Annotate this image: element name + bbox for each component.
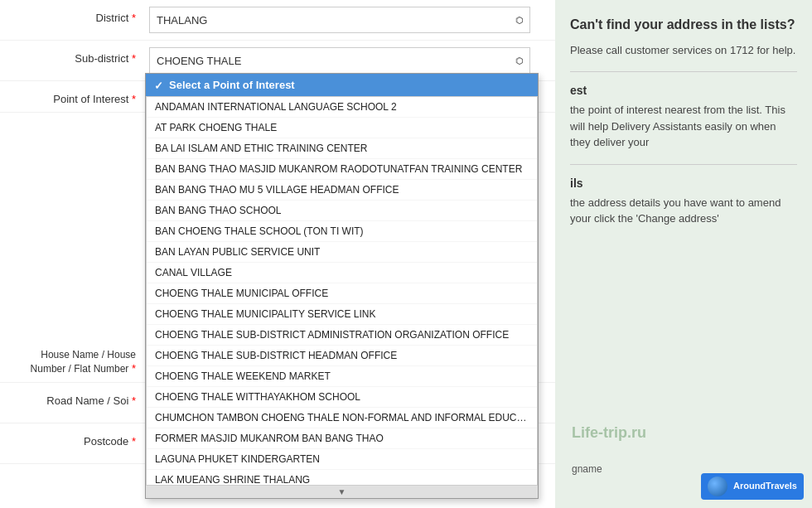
poi-required: * — [132, 93, 136, 105]
list-item[interactable]: CHOENG THALE SUB-DISTRICT ADMINISTRATION… — [147, 325, 537, 346]
list-item[interactable]: BAN LAYAN PUBLIC SERVICE UNIT — [147, 242, 537, 263]
subdistrict-select[interactable]: CHOENG THALE — [149, 47, 530, 74]
list-item[interactable]: CHOENG THALE WITTHAYAKHOM SCHOOL — [147, 387, 537, 408]
list-item[interactable]: CHUMCHON TAMBON CHOENG THALE NON-FORMAL … — [147, 408, 537, 428]
right-panel-divider-1 — [570, 71, 797, 72]
district-select-wrapper: THALANG ⬡ — [149, 7, 530, 33]
list-item[interactable]: CHOENG THALE SUB-DISTRICT HEADMAN OFFICE — [147, 346, 537, 366]
poi-section-title: est — [570, 84, 797, 97]
district-control: THALANG ⬡ — [149, 7, 539, 33]
subdistrict-required: * — [132, 52, 136, 65]
list-item[interactable]: BAN BANG THAO MASJID MUKANROM RAODOTUNAT… — [147, 159, 537, 180]
district-row: District * THALANG ⬡ — [0, 0, 555, 41]
poi-dropdown-list[interactable]: ANDAMAN INTERNATIONAL LANGUAGE SCHOOL 2A… — [146, 96, 538, 486]
watermark: Life-trip.ru — [572, 424, 646, 442]
subdistrict-control: CHOENG THALE ⬡ — [149, 47, 539, 74]
around-travels-logo: AroundTravels — [701, 473, 804, 500]
address-section-text: the address details you have want to ame… — [570, 195, 797, 227]
poi-help-section: est the point of interest nearest from t… — [570, 84, 797, 151]
road-required: * — [132, 394, 136, 407]
list-item[interactable]: AT PARK CHOENG THALE — [147, 118, 537, 138]
list-item[interactable]: CHOENG THALE WEEKEND MARKET — [147, 366, 537, 387]
cant-find-section: Can't find your address in the lists? Pl… — [570, 17, 797, 58]
postcode-required: * — [132, 435, 136, 448]
list-item[interactable]: BAN CHOENG THALE SCHOOL (TON TI WIT) — [147, 221, 537, 242]
logo-text: AroundTravels — [733, 481, 797, 491]
list-item[interactable]: CHOENG THALE MUNICIPALITY SERVICE LINK — [147, 304, 537, 325]
list-item[interactable]: CHOENG THALE MUNICIPAL OFFICE — [147, 283, 537, 304]
cant-find-text: Please call customer services on 1712 fo… — [570, 42, 797, 59]
list-item[interactable]: ANDAMAN INTERNATIONAL LANGUAGE SCHOOL 2 — [147, 97, 537, 118]
poi-dropdown[interactable]: Select a Point of Interest ANDAMAN INTER… — [145, 73, 539, 499]
list-item[interactable]: LAGUNA PHUKET KINDERGARTEN — [147, 449, 537, 470]
district-label-text: District — [96, 12, 129, 24]
house-required: * — [132, 362, 136, 375]
poi-section-text: the point of interest nearest from the l… — [570, 102, 797, 151]
cant-find-title: Can't find your address in the lists? — [570, 17, 797, 34]
list-item[interactable]: BAN BANG THAO SCHOOL — [147, 201, 537, 221]
house-label: House Name / House Number / Flat Number … — [17, 343, 149, 375]
poi-dropdown-placeholder: Select a Point of Interest — [169, 79, 295, 91]
list-item[interactable]: LAK MUEANG SHRINE THALANG — [147, 470, 537, 486]
district-required: * — [132, 12, 136, 24]
road-label: Road Name / Soi * — [17, 389, 149, 407]
subdistrict-select-wrapper: CHOENG THALE ⬡ — [149, 47, 530, 74]
globe-icon — [708, 477, 727, 496]
district-label: District * — [17, 7, 149, 24]
list-item[interactable]: BA LAI ISLAM AND ETHIC TRAINING CENTER — [147, 138, 537, 159]
right-panel: Can't find your address in the lists? Pl… — [555, 0, 812, 508]
subdistrict-label: Sub-district * — [17, 47, 149, 65]
right-panel-divider-2 — [570, 164, 797, 165]
poi-dropdown-scroll-down[interactable]: ▼ — [146, 486, 538, 498]
postcode-label-text: Postcode — [84, 435, 128, 448]
list-item[interactable]: BAN BANG THAO MU 5 VILLAGE HEADMAN OFFIC… — [147, 180, 537, 201]
district-select[interactable]: THALANG — [149, 7, 530, 33]
address-help-section: ils the address details you have want to… — [570, 177, 797, 227]
subdistrict-label-text: Sub-district — [75, 52, 128, 65]
left-panel: District * THALANG ⬡ Sub-district * — [0, 0, 555, 508]
main-container: District * THALANG ⬡ Sub-district * — [0, 0, 812, 508]
road-label-text: Road Name / Soi — [46, 394, 128, 407]
postcode-label: Postcode * — [17, 430, 149, 448]
poi-dropdown-header[interactable]: Select a Point of Interest — [146, 74, 538, 96]
bottom-label: gname — [572, 463, 602, 475]
house-label-text: House Name / House Number / Flat Number — [31, 349, 136, 375]
list-item[interactable]: CANAL VILLAGE — [147, 263, 537, 283]
poi-label-text: Point of Interest — [53, 93, 128, 105]
list-item[interactable]: FORMER MASJID MUKANROM BAN BANG THAO — [147, 428, 537, 449]
poi-label: Point of Interest * — [17, 88, 149, 105]
address-section-title: ils — [570, 177, 797, 190]
